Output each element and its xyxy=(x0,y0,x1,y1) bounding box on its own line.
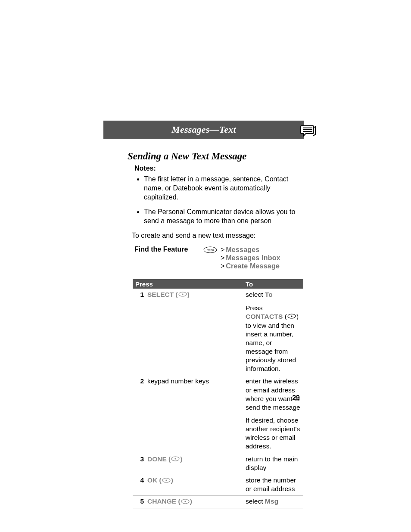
title-bar: Messages—Text xyxy=(103,121,304,139)
press-cell: OK () xyxy=(145,474,243,495)
to-cell: Press CONTACTS () to view and then inser… xyxy=(243,301,303,375)
content-block: Notes: The first letter in a message, se… xyxy=(134,165,301,508)
center-key-icon xyxy=(162,476,171,485)
center-key-icon xyxy=(287,312,296,321)
notes-list: The first letter in a message, sentence,… xyxy=(134,175,301,226)
table-row: 4 OK () store the number or email addres… xyxy=(133,474,303,495)
svg-point-10 xyxy=(175,458,176,460)
press-cmd: SELECT xyxy=(147,291,174,298)
press-cell: SELECT () xyxy=(145,289,243,301)
ftf-line: >Messages xyxy=(221,246,280,254)
to-cmd: To xyxy=(265,291,273,298)
svg-point-12 xyxy=(165,479,167,481)
ftf-cmd: Messages xyxy=(226,246,259,253)
ftf-label: Find the Feature xyxy=(134,246,203,253)
page-number: 29 xyxy=(292,394,300,402)
svg-point-6 xyxy=(182,294,183,295)
step-number: 2 xyxy=(133,375,145,414)
svg-text:menu: menu xyxy=(207,248,214,251)
title-bar-text: Messages—Text xyxy=(171,124,236,135)
step-number: 5 xyxy=(133,495,145,508)
to-cell: store the number or email address xyxy=(243,474,303,495)
to-cmd: Msg xyxy=(265,498,279,505)
col-press: Press xyxy=(133,279,243,289)
ftf-path: >Messages >Messages Inbox >Create Messag… xyxy=(221,246,280,271)
page: Messages—Text Sending a New Text Message… xyxy=(0,0,411,532)
menu-key-icon: menu xyxy=(203,246,217,253)
to-text: select xyxy=(246,498,265,505)
col-to: To xyxy=(243,279,303,289)
note-item: The Personal Communicator device allows … xyxy=(144,208,301,226)
table-row: Press CONTACTS () to view and then inser… xyxy=(133,301,303,375)
ftf-line: >Messages Inbox xyxy=(221,254,280,262)
paren: ) xyxy=(187,291,190,298)
lead-text: To create and send a new text message: xyxy=(132,232,301,240)
find-the-feature: Find the Feature menu >Messages >Message… xyxy=(134,246,301,271)
ftf-line: >Create Message xyxy=(221,262,280,270)
table-row: 5 CHANGE () select Msg xyxy=(133,495,303,508)
press-cell: keypad number keys xyxy=(145,375,243,414)
svg-point-14 xyxy=(184,501,186,502)
press-cell: DONE () xyxy=(145,453,243,474)
ftf-cmd: Messages Inbox xyxy=(226,254,280,261)
to-text: select xyxy=(246,291,265,298)
to-cell: If desired, choose another recipient's w… xyxy=(243,414,303,453)
table-row: 1 SELECT () select To xyxy=(133,289,303,301)
press-cell: CHANGE () xyxy=(145,495,243,508)
notes-label: Notes: xyxy=(134,165,301,172)
to-cmd: CONTACTS xyxy=(246,313,283,320)
step-number: 3 xyxy=(133,453,145,474)
table-row: 2 keypad number keys enter the wireless … xyxy=(133,375,303,414)
center-key-icon xyxy=(181,498,190,506)
table-row: 3 DONE () return to the main display xyxy=(133,453,303,474)
step-number: 4 xyxy=(133,474,145,495)
to-cell: select Msg xyxy=(243,495,303,508)
titlebar-wrap: Messages—Text xyxy=(103,121,304,139)
ftf-cmd: Create Message xyxy=(226,262,280,270)
press-cmd: CHANGE xyxy=(147,498,176,505)
to-text: to view and then insert a number, name, … xyxy=(246,322,296,373)
to-cell: select To xyxy=(243,289,303,301)
press-cmd: OK xyxy=(147,476,157,484)
svg-point-8 xyxy=(291,316,292,317)
press-cmd: DONE xyxy=(147,455,167,463)
to-cell: return to the main display xyxy=(243,453,303,474)
to-text: Press xyxy=(246,304,263,311)
center-key-icon xyxy=(171,455,180,464)
center-key-icon xyxy=(178,290,187,299)
paren: ( xyxy=(175,291,177,298)
section-heading: Sending a New Text Message xyxy=(128,151,301,162)
step-number: 1 xyxy=(133,289,145,301)
note-item: The first letter in a message, sentence,… xyxy=(144,175,301,202)
table-row: If desired, choose another recipient's w… xyxy=(133,414,303,453)
steps-table: Press To 1 SELECT () select To xyxy=(133,279,303,509)
messages-icon xyxy=(299,121,318,140)
